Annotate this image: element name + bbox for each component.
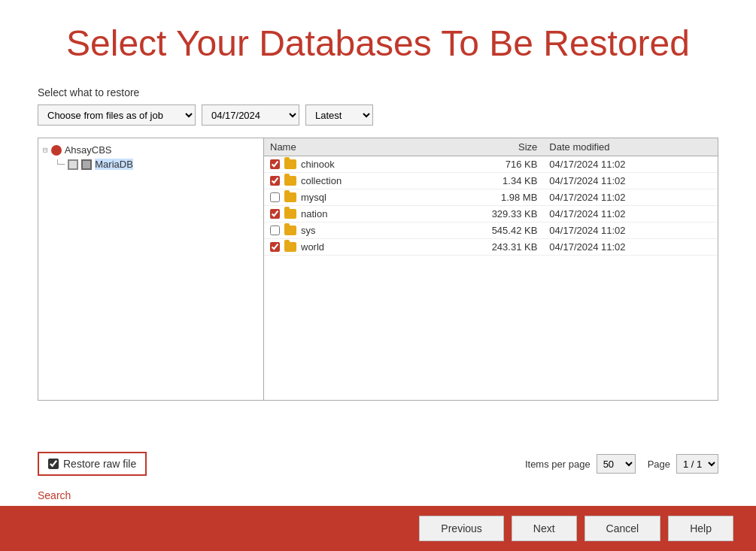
folder-row-mariadb[interactable]: └─ MariaDB <box>41 157 260 171</box>
db-icon <box>81 159 92 170</box>
file-name-cell: sys <box>264 223 430 239</box>
file-name-cell: nation <box>264 206 430 223</box>
footer-bar: Previous Next Cancel Help <box>0 506 756 551</box>
file-checkbox[interactable] <box>270 176 280 186</box>
col-header-size: Size <box>430 138 544 156</box>
file-date: 04/17/2024 11:02 <box>543 156 718 173</box>
date-dropdown[interactable]: 04/17/2024 <box>202 104 299 126</box>
tree-connector: └─ <box>55 159 65 169</box>
col-header-name: Name <box>264 138 430 156</box>
file-date: 04/17/2024 11:02 <box>543 189 718 206</box>
table-header-row: Name Size Date modified <box>264 138 718 156</box>
table-row: nation329.33 KB04/17/2024 11:02 <box>264 206 718 223</box>
folder-icon <box>284 192 296 202</box>
file-name-cell: world <box>264 239 430 256</box>
file-date: 04/17/2024 11:02 <box>543 223 718 239</box>
table-row: mysql1.98 MB04/17/2024 11:02 <box>264 189 718 206</box>
folder-icon <box>284 226 296 235</box>
file-size: 243.31 KB <box>430 239 544 256</box>
latest-dropdown[interactable]: Latest All versions <box>305 104 373 126</box>
file-name-cell: chinook <box>264 156 430 173</box>
page-title: Select Your Databases To Be Restored <box>38 23 718 64</box>
folder-name-mariadb: MariaDB <box>95 159 133 170</box>
table-row: sys545.42 KB04/17/2024 11:02 <box>264 223 718 239</box>
folder-icon <box>284 209 296 219</box>
file-checkbox[interactable] <box>270 226 280 235</box>
files-panel: Name Size Date modified chinook716 KB04/… <box>264 138 718 400</box>
main-content: Select Your Databases To Be Restored Sel… <box>0 0 756 452</box>
file-checkbox[interactable] <box>270 242 280 252</box>
red-dot-icon <box>51 145 62 156</box>
help-button[interactable]: Help <box>668 516 733 541</box>
file-date: 04/17/2024 11:02 <box>543 173 718 189</box>
items-per-page-label: Items per page <box>525 459 591 470</box>
file-checkbox[interactable] <box>270 192 280 202</box>
folder-icon <box>284 159 296 169</box>
folder-icon <box>284 242 296 252</box>
gray-box-icon <box>68 159 78 170</box>
cancel-button[interactable]: Cancel <box>584 516 661 541</box>
file-size: 545.42 KB <box>430 223 544 239</box>
files-tbody: chinook716 KB04/17/2024 11:02collection1… <box>264 156 718 256</box>
next-button[interactable]: Next <box>512 516 577 541</box>
restore-raw-checkbox[interactable] <box>48 459 59 469</box>
restore-raw-box[interactable]: Restore raw file <box>38 452 147 476</box>
restore-raw-label[interactable]: Restore raw file <box>63 458 136 470</box>
items-per-page-select[interactable]: 50 100 200 <box>597 454 636 474</box>
expand-icon-ahsaycbs: ⊟ <box>43 145 48 155</box>
file-name: chinook <box>301 159 335 170</box>
file-name: world <box>301 241 324 253</box>
file-date: 04/17/2024 11:02 <box>543 206 718 223</box>
file-size: 716 KB <box>430 156 544 173</box>
table-row: world243.31 KB04/17/2024 11:02 <box>264 239 718 256</box>
pagination-right: Items per page 50 100 200 Page 1 / 1 <box>525 454 718 474</box>
file-checkbox[interactable] <box>270 209 280 219</box>
file-name-cell: collection <box>264 173 430 189</box>
file-name: sys <box>301 225 316 236</box>
file-checkbox[interactable] <box>270 159 280 169</box>
file-name: mysql <box>301 192 326 203</box>
source-dropdown[interactable]: Choose from files as of jobChoose from b… <box>38 104 196 126</box>
file-size: 1.98 MB <box>430 189 544 206</box>
page-select[interactable]: 1 / 1 <box>676 454 718 474</box>
files-table: Name Size Date modified chinook716 KB04/… <box>264 138 718 256</box>
dropdowns-row: Choose from files as of jobChoose from b… <box>38 104 718 126</box>
file-date: 04/17/2024 11:02 <box>543 239 718 256</box>
file-name-cell: mysql <box>264 189 430 206</box>
folder-name-ahsaycbs: AhsayCBS <box>65 144 112 156</box>
page-label: Page <box>648 459 670 470</box>
folder-row-ahsaycbs[interactable]: ⊟ AhsayCBS <box>41 143 260 157</box>
search-link[interactable]: Search <box>38 489 756 501</box>
folder-panel: ⊟ AhsayCBS └─ MariaDB <box>38 138 264 400</box>
table-row: chinook716 KB04/17/2024 11:02 <box>264 156 718 173</box>
file-size: 1.34 KB <box>430 173 544 189</box>
file-size: 329.33 KB <box>430 206 544 223</box>
table-row: collection1.34 KB04/17/2024 11:02 <box>264 173 718 189</box>
bottom-bar: Restore raw file Items per page 50 100 2… <box>0 452 756 483</box>
previous-button[interactable]: Previous <box>419 516 503 541</box>
file-name: collection <box>301 175 342 186</box>
file-name: nation <box>301 208 327 219</box>
file-browser: ⊟ AhsayCBS └─ MariaDB Name Size <box>38 138 718 401</box>
folder-tree: ⊟ AhsayCBS └─ MariaDB <box>41 143 260 171</box>
col-header-date: Date modified <box>543 138 718 156</box>
folder-icon <box>284 176 296 186</box>
select-what-label: Select what to restore <box>38 86 718 98</box>
